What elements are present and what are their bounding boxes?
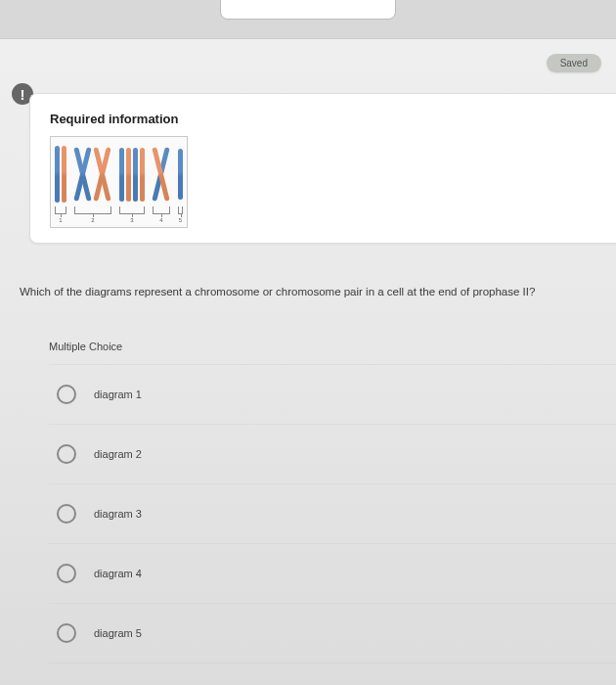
chromosome-diagram: 1 2 [50, 136, 188, 228]
mc-label: diagram 3 [94, 508, 142, 520]
diagram-group-3: 3 [119, 145, 145, 223]
diagram-group-1: 1 [55, 145, 66, 223]
chromatid-icon [126, 148, 131, 202]
multiple-choice-section: Multiple Choice diagram 1 diagram 2 diag… [49, 333, 616, 663]
mc-label: diagram 2 [94, 448, 142, 460]
mc-label: diagram 5 [94, 627, 142, 639]
chromatid-icon [55, 146, 60, 203]
mc-option-2[interactable]: diagram 2 [49, 425, 616, 484]
chromatid-icon [178, 149, 183, 200]
info-title: Required information [50, 112, 596, 126]
top-tab [220, 0, 396, 20]
diagram-group-4: 4 [153, 145, 170, 223]
diagram-group-2: 2 [74, 145, 111, 223]
mc-option-5[interactable]: diagram 5 [49, 604, 616, 663]
x-chromosome-icon [94, 147, 111, 202]
radio-icon[interactable] [57, 564, 76, 583]
mc-header: Multiple Choice [49, 333, 616, 365]
radio-icon[interactable] [57, 504, 76, 524]
mc-label: diagram 1 [94, 388, 142, 400]
diagram-number: 5 [179, 217, 182, 223]
diagram-number: 2 [91, 217, 94, 223]
chromatid-icon [62, 146, 66, 203]
info-panel: Required information 1 [29, 93, 616, 244]
mc-option-1[interactable]: diagram 1 [49, 365, 616, 425]
mc-option-4[interactable]: diagram 4 [49, 544, 616, 604]
chromatid-icon [133, 148, 138, 202]
x-chromosome-icon [153, 147, 170, 202]
mc-option-3[interactable]: diagram 3 [49, 484, 616, 544]
diagram-number: 1 [59, 217, 62, 223]
chromatid-icon [140, 148, 145, 202]
saved-badge: Saved [547, 54, 601, 72]
question-text: Which of the diagrams represent a chromo… [20, 284, 606, 299]
diagram-number: 3 [130, 217, 133, 223]
x-chromosome-icon [74, 147, 92, 202]
radio-icon[interactable] [57, 385, 76, 404]
top-bar [0, 0, 616, 39]
radio-icon[interactable] [57, 444, 76, 464]
diagram-number: 4 [159, 217, 162, 223]
radio-icon[interactable] [57, 623, 76, 643]
mc-label: diagram 4 [94, 568, 142, 579]
chromatid-icon [119, 148, 124, 202]
diagram-group-5: 5 [178, 145, 183, 223]
